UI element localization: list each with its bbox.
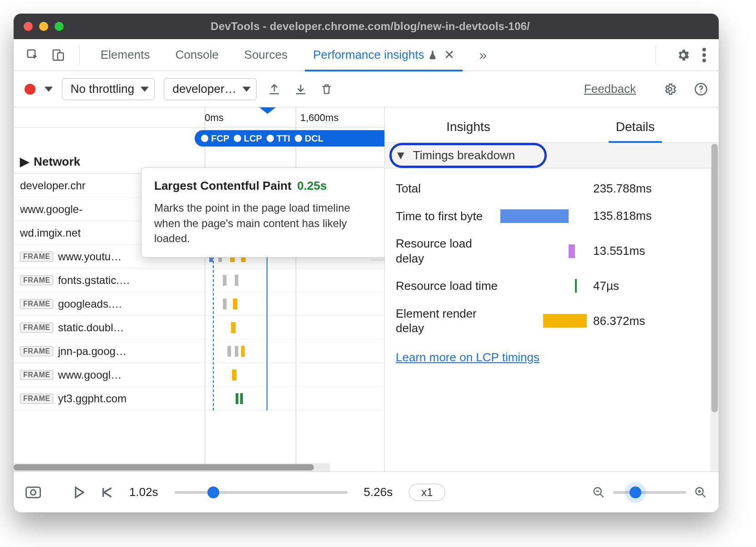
screenshot-toggle-icon[interactable]	[25, 486, 41, 499]
throttling-label: No throttling	[71, 82, 134, 96]
tooltip-time: 0.25s	[297, 179, 327, 192]
record-button[interactable]	[25, 84, 35, 95]
svg-point-5	[702, 59, 706, 62]
zoom-out-icon[interactable]	[592, 486, 605, 499]
playhead-handle[interactable]	[259, 107, 276, 114]
playback-start-time: 1.02s	[129, 485, 158, 499]
vertical-scrollbar[interactable]	[711, 144, 719, 471]
network-row[interactable]: FRAMEjnn-pa.goog…	[14, 339, 384, 363]
ruler-tick: 1,600ms	[300, 112, 338, 124]
import-icon[interactable]	[294, 82, 307, 96]
origin-label: developer…	[172, 82, 236, 96]
close-window-button[interactable]	[24, 22, 33, 31]
svg-point-4	[702, 53, 706, 57]
settings-icon[interactable]	[676, 48, 690, 62]
ruler-tick: 0ms	[205, 112, 224, 124]
svg-point-8	[701, 91, 702, 93]
tooltip-title: Largest Contentful Paint	[154, 179, 292, 192]
window-title: DevTools - developer.chrome.com/blog/new…	[64, 20, 677, 33]
network-row[interactable]: FRAMEstatic.doubl…	[14, 316, 384, 339]
skip-start-icon[interactable]	[101, 486, 113, 498]
timing-markers-pill[interactable]: FCP LCP TTI DCL	[195, 130, 385, 147]
zoom-slider[interactable]	[613, 491, 686, 494]
tab-elements[interactable]: Elements	[88, 39, 162, 71]
tab-details[interactable]: Details	[569, 111, 702, 142]
inspect-element-icon[interactable]	[25, 47, 41, 63]
horizontal-scrollbar[interactable]	[14, 463, 330, 471]
devtools-window: DevTools - developer.chrome.com/blog/new…	[14, 14, 719, 512]
main-tabs-bar: Elements Console Sources Performance ins…	[14, 39, 719, 71]
disclosure-triangle-icon: ▶	[20, 155, 29, 169]
svg-point-6	[668, 87, 672, 91]
timing-row-load-time: Resource load time 47µs	[396, 272, 708, 300]
tab-console[interactable]: Console	[162, 39, 231, 71]
tab-sources[interactable]: Sources	[232, 39, 300, 71]
zoom-window-button[interactable]	[55, 22, 64, 31]
marker-fcp[interactable]: FCP	[201, 133, 229, 144]
svg-point-10	[30, 490, 35, 495]
network-row[interactable]: FRAMEwww.googl…	[14, 363, 384, 387]
help-icon[interactable]	[694, 82, 708, 96]
tooltip-body: Marks the point in the page load timelin…	[154, 200, 378, 246]
details-panel: Insights Details ▼ Timings breakdown Tot…	[385, 107, 719, 471]
marker-lcp[interactable]: LCP	[234, 133, 262, 144]
learn-more-link[interactable]: Learn more on LCP timings	[396, 350, 708, 365]
minimize-window-button[interactable]	[39, 22, 48, 31]
lcp-tooltip: Largest Contentful Paint 0.25s Marks the…	[141, 167, 385, 258]
timing-row-render-delay: Element render delay 86.372ms	[396, 300, 708, 342]
delete-icon[interactable]	[320, 82, 333, 96]
playback-speed[interactable]: x1	[409, 484, 445, 501]
export-icon[interactable]	[267, 82, 281, 96]
flask-icon	[428, 49, 438, 61]
marker-tti[interactable]: TTI	[267, 133, 290, 144]
device-toggle-icon[interactable]	[50, 47, 66, 63]
kebab-menu-icon[interactable]	[702, 48, 706, 62]
feedback-link[interactable]: Feedback	[584, 82, 636, 96]
throttling-select[interactable]: No throttling	[62, 78, 155, 100]
playback-slider[interactable]	[175, 491, 348, 494]
zoom-in-icon[interactable]	[694, 486, 707, 499]
svg-rect-2	[58, 53, 64, 60]
tab-insights[interactable]: Insights	[402, 111, 535, 142]
play-icon[interactable]	[74, 486, 85, 499]
timing-row-total: Total 235.788ms	[396, 175, 708, 203]
traffic-lights	[24, 22, 64, 31]
playback-footer: 1.02s 5.26s x1	[14, 471, 719, 512]
svg-point-3	[702, 48, 706, 51]
marker-dcl[interactable]: DCL	[295, 133, 323, 144]
divider	[655, 46, 656, 64]
tab-performance-insights[interactable]: Performance insights ✕	[300, 39, 467, 71]
divider	[79, 46, 80, 64]
svg-rect-9	[26, 487, 40, 497]
more-tabs-button[interactable]: »	[479, 47, 487, 63]
time-ruler[interactable]: 0ms 1,600ms 3,	[14, 107, 384, 127]
record-menu-caret[interactable]	[45, 86, 53, 92]
close-tab-icon[interactable]: ✕	[444, 47, 454, 62]
origin-select[interactable]: developer…	[164, 78, 257, 100]
timing-row-ttfb: Time to first byte 135.818ms	[396, 203, 708, 230]
right-tabs: Insights Details	[385, 107, 719, 143]
network-row[interactable]: FRAMEgoogleads.…	[14, 292, 384, 316]
perf-toolbar: No throttling developer… Feedback	[14, 71, 719, 107]
chevron-down-icon	[242, 86, 251, 92]
network-row[interactable]: FRAMEyt3.ggpht.com	[14, 387, 384, 410]
timeline-panel: 0ms 1,600ms 3, FCP LCP TTI DCL ▶ Network	[14, 107, 385, 471]
timings-list: Total 235.788ms Time to first byte 135.8…	[385, 168, 719, 375]
panel-settings-icon[interactable]	[663, 82, 677, 96]
titlebar: DevTools - developer.chrome.com/blog/new…	[14, 14, 719, 39]
chevron-down-icon	[141, 86, 149, 92]
timings-breakdown-header[interactable]: ▼ Timings breakdown	[385, 143, 719, 168]
disclosure-triangle-down-icon: ▼	[395, 148, 407, 162]
network-row[interactable]: FRAMEfonts.gstatic.…	[14, 268, 384, 292]
playback-end-time: 5.26s	[364, 485, 393, 499]
timing-row-load-delay: Resource load delay 13.551ms	[396, 230, 708, 272]
